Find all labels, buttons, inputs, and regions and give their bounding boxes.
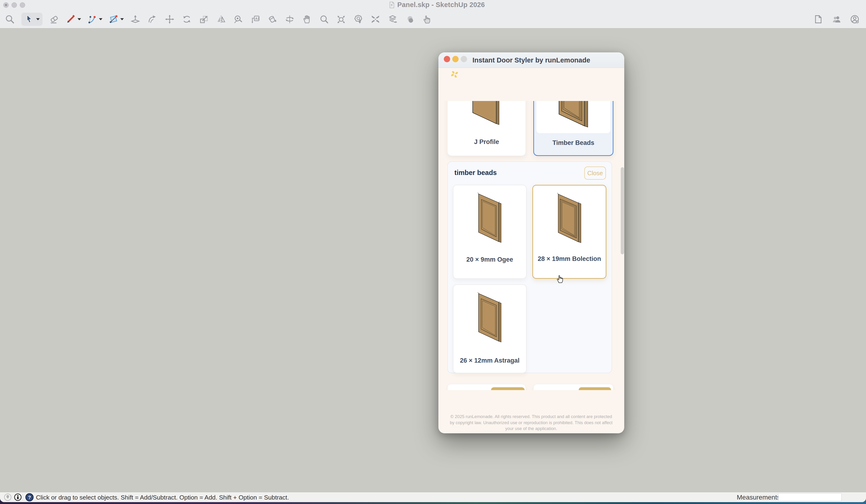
eraser-tool[interactable] bbox=[48, 13, 60, 26]
profile-card-ogee[interactable]: 20 × 9mm Ogee bbox=[453, 185, 526, 279]
help-status-icon[interactable]: ? bbox=[25, 493, 34, 502]
export-layers-tool-icon bbox=[387, 14, 398, 24]
scale-tool-icon bbox=[199, 14, 209, 24]
zoom-extents-tool-icon bbox=[336, 14, 346, 24]
paint-bucket-tool[interactable] bbox=[267, 13, 278, 26]
j-profile-preview-image bbox=[466, 101, 506, 132]
search-tool[interactable] bbox=[4, 13, 15, 26]
bolection-door-image bbox=[552, 191, 587, 246]
measurements-input[interactable] bbox=[778, 493, 842, 501]
close-window-button[interactable] bbox=[3, 2, 9, 8]
arc-tool[interactable] bbox=[87, 13, 102, 26]
profile-label: 26 × 12mm Astragal bbox=[455, 357, 525, 365]
category-card-partial-right[interactable] bbox=[533, 384, 613, 390]
pointer-cursor bbox=[555, 273, 565, 284]
category-card-partial-left[interactable] bbox=[447, 384, 526, 390]
profile-label: 20 × 9mm Ogee bbox=[455, 256, 525, 264]
materials-tool[interactable] bbox=[404, 13, 415, 26]
category-label: Timber Beads bbox=[534, 139, 613, 147]
styler-hand-tool-icon bbox=[422, 14, 432, 24]
share-button-icon bbox=[831, 14, 842, 24]
dialog-scrollbar[interactable] bbox=[621, 167, 624, 254]
follow-me-tool-icon bbox=[147, 14, 158, 24]
viewport-3d[interactable] bbox=[0, 29, 866, 492]
axis-green-segment-2 bbox=[624, 29, 740, 111]
dialog-scroll-area[interactable]: J Profile Timber Beads timber beads Clos… bbox=[438, 101, 624, 390]
move-tool[interactable] bbox=[164, 13, 175, 26]
move-tool-icon bbox=[165, 14, 175, 24]
extension-tool-icon bbox=[370, 14, 381, 24]
axis-green-segment-1 bbox=[415, 243, 438, 259]
dialog-titlebar[interactable]: Instant Door Styler by runLemonade bbox=[438, 52, 624, 68]
measurements-label: Measurements bbox=[737, 494, 775, 501]
axis-blue-dashed bbox=[276, 359, 289, 492]
svg-text:?: ? bbox=[28, 495, 31, 500]
eraser-tool-icon bbox=[49, 14, 59, 24]
gold-preview-peek bbox=[491, 387, 525, 390]
orbit-tool[interactable] bbox=[284, 13, 295, 26]
panel-geometry bbox=[248, 117, 415, 403]
rotate-tool-icon bbox=[181, 14, 192, 24]
svg-text:A1: A1 bbox=[255, 17, 259, 20]
axis-red-dashed bbox=[0, 267, 276, 359]
line-tool[interactable] bbox=[66, 13, 81, 26]
rotate-tool[interactable] bbox=[181, 13, 192, 26]
instant-door-styler-dialog: Instant Door Styler by runLemonade J Pro… bbox=[438, 52, 624, 433]
geolocation-status-icon[interactable] bbox=[4, 493, 12, 502]
arc-tool-icon bbox=[87, 14, 97, 24]
dialog-footer-text: © 2025 runLemonade. All rights reserved.… bbox=[449, 414, 613, 432]
dimension-text-tool[interactable]: A1 bbox=[250, 13, 261, 26]
follow-me-tool[interactable] bbox=[147, 13, 158, 26]
pan-tool-icon bbox=[302, 14, 312, 24]
search-tool-icon bbox=[5, 14, 15, 24]
window-titlebar: Panel.skp - SketchUp 2026 bbox=[0, 0, 866, 10]
flip-tool[interactable] bbox=[215, 13, 227, 26]
dimension-text-tool-icon: A1 bbox=[250, 14, 260, 24]
select-tool[interactable] bbox=[21, 13, 43, 26]
styler-hand-tool[interactable] bbox=[421, 13, 433, 26]
flip-tool-icon bbox=[216, 14, 226, 24]
document-proxy-icon bbox=[389, 1, 395, 9]
category-card-j-profile[interactable]: J Profile bbox=[447, 101, 526, 156]
export-layers-tool[interactable] bbox=[387, 13, 398, 26]
tape-measure-tool-icon bbox=[233, 14, 243, 24]
select-tool-icon bbox=[24, 14, 34, 24]
rectangle-tool[interactable] bbox=[108, 13, 124, 26]
account-button[interactable] bbox=[849, 13, 861, 26]
3d-warehouse[interactable] bbox=[353, 13, 364, 26]
paint-bucket-tool-icon bbox=[267, 14, 278, 24]
materials-tool-icon bbox=[404, 14, 415, 24]
category-card-timber-beads[interactable]: Timber Beads bbox=[533, 101, 613, 156]
account-button-icon bbox=[850, 14, 860, 24]
line-tool-icon bbox=[66, 14, 76, 24]
extension-tool[interactable] bbox=[370, 13, 381, 26]
profile-card-bolection[interactable]: 28 × 19mm Bolection bbox=[532, 185, 607, 279]
runlemonade-logo-icon bbox=[450, 70, 459, 79]
3d-warehouse-icon bbox=[353, 14, 364, 24]
pan-tool[interactable] bbox=[301, 13, 312, 26]
push-pull-tool-icon bbox=[130, 14, 141, 24]
scale-tool[interactable] bbox=[198, 13, 210, 26]
new-document-button[interactable] bbox=[812, 13, 824, 26]
profile-card-astragal[interactable]: 26 × 12mm Astragal bbox=[453, 284, 526, 373]
minimize-window-button[interactable] bbox=[11, 2, 17, 8]
profile-label: 28 × 19mm Bolection bbox=[534, 255, 604, 263]
viewport-canvas bbox=[0, 29, 866, 492]
close-section-button[interactable]: Close bbox=[584, 167, 606, 180]
push-pull-tool[interactable] bbox=[130, 13, 141, 26]
orbit-tool-icon bbox=[285, 14, 295, 24]
person-info-status-icon[interactable] bbox=[14, 493, 22, 502]
tape-measure-tool[interactable] bbox=[233, 13, 244, 26]
window-title: Panel.skp - SketchUp 2026 bbox=[397, 1, 485, 9]
axis-red-segment-2 bbox=[511, 433, 695, 492]
zoom-window-button[interactable] bbox=[20, 2, 25, 8]
zoom-extents-tool[interactable] bbox=[335, 13, 347, 26]
timber-beads-preview-frame bbox=[536, 101, 610, 133]
toolbar: A1 bbox=[0, 10, 866, 29]
dialog-title: Instant Door Styler by runLemonade bbox=[438, 52, 624, 68]
model-space bbox=[0, 29, 740, 492]
share-button[interactable] bbox=[831, 13, 842, 26]
zoom-tool[interactable] bbox=[318, 13, 330, 26]
new-document-button-icon bbox=[813, 14, 823, 24]
axis-green-dashed bbox=[90, 359, 276, 492]
